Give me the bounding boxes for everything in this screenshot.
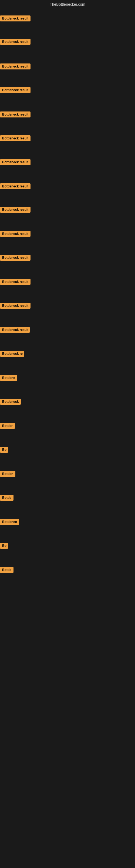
bottleneck-badge-16: Bottlene xyxy=(0,375,17,381)
bottleneck-badge-18: Bottler xyxy=(0,423,15,429)
bottleneck-badge-3: Bottleneck result xyxy=(0,63,31,69)
bottleneck-result-item: Bottle xyxy=(0,495,13,502)
bottleneck-badge-20: Bottlen xyxy=(0,471,15,477)
bottleneck-result-item: Bottleneck result xyxy=(0,135,31,143)
bottleneck-result-item: Bo xyxy=(0,447,8,454)
bottleneck-result-item: Bottleneck result xyxy=(0,255,31,262)
bottleneck-badge-7: Bottleneck result xyxy=(0,159,31,165)
bottleneck-badge-21: Bottle xyxy=(0,495,13,501)
bottleneck-result-item: Bottleneck result xyxy=(0,303,31,310)
bottleneck-badge-23: Bo xyxy=(0,543,8,549)
bottleneck-badge-14: Bottleneck result xyxy=(0,327,30,333)
bottleneck-badge-15: Bottleneck re xyxy=(0,351,24,357)
bottleneck-badge-8: Bottleneck result xyxy=(0,183,31,189)
bottleneck-result-item: Bottleneck re xyxy=(0,351,24,358)
bottleneck-result-item: Bottleneck xyxy=(0,399,21,406)
bottleneck-result-item: Bottleneck result xyxy=(0,207,31,214)
bottleneck-badge-19: Bo xyxy=(0,447,8,453)
bottleneck-badge-17: Bottleneck xyxy=(0,399,21,405)
bottleneck-badge-5: Bottleneck result xyxy=(0,112,31,118)
bottleneck-result-item: Bottleneck result xyxy=(0,63,31,70)
bottleneck-result-item: Bottle xyxy=(0,567,13,574)
bottleneck-badge-12: Bottleneck result xyxy=(0,279,31,285)
bottleneck-badge-10: Bottleneck result xyxy=(0,231,31,237)
bottleneck-badge-4: Bottleneck result xyxy=(0,87,31,93)
bottleneck-badge-24: Bottle xyxy=(0,567,13,573)
bottleneck-badge-13: Bottleneck result xyxy=(0,303,31,309)
bottleneck-result-item: Bottleneck result xyxy=(0,112,31,119)
bottleneck-badge-1: Bottleneck result xyxy=(0,16,31,22)
bottleneck-result-item: Bottleneck result xyxy=(0,327,30,334)
bottleneck-badge-22: Bottlenec xyxy=(0,519,19,525)
site-title: TheBottlenecker.com xyxy=(0,0,135,9)
bottleneck-badge-11: Bottleneck result xyxy=(0,255,31,261)
bottleneck-result-item: Bottlen xyxy=(0,471,15,478)
bottleneck-result-item: Bottlene xyxy=(0,375,17,382)
bottleneck-badge-6: Bottleneck result xyxy=(0,135,31,141)
bottleneck-result-item: Bottleneck result xyxy=(0,39,31,46)
bottleneck-result-item: Bottlenec xyxy=(0,519,19,526)
bottleneck-result-item: Bottleneck result xyxy=(0,16,31,23)
bottleneck-result-item: Bottler xyxy=(0,423,15,430)
bottleneck-result-item: Bottleneck result xyxy=(0,231,31,238)
bottleneck-result-item: Bottleneck result xyxy=(0,183,31,190)
bottleneck-result-item: Bo xyxy=(0,543,8,550)
bottleneck-badge-9: Bottleneck result xyxy=(0,207,31,213)
bottleneck-result-item: Bottleneck result xyxy=(0,87,31,94)
bottleneck-result-item: Bottleneck result xyxy=(0,159,31,166)
bottleneck-result-item: Bottleneck result xyxy=(0,279,31,286)
bottleneck-badge-2: Bottleneck result xyxy=(0,39,31,45)
